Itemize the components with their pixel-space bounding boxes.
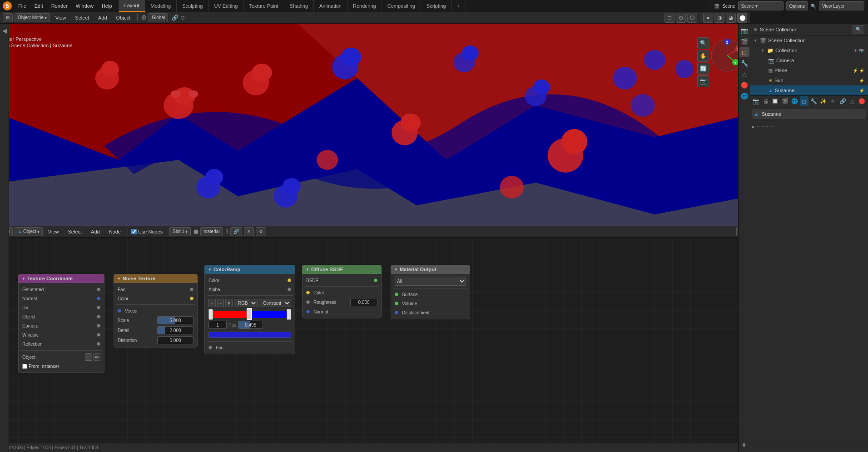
cr-alpha-out-socket[interactable] [288,288,291,291]
cr-pos-field[interactable]: 0.495 [238,321,263,329]
left-tool-1[interactable]: ◀ [0,25,10,35]
constraint-props-btn[interactable]: 🔗 [838,96,847,106]
diffuse-normal-socket[interactable] [306,310,310,313]
output-volume-socket[interactable] [395,302,398,305]
outliner-filter-btn[interactable]: 🔍 [853,25,864,34]
outliner-suzanne[interactable]: ▲ Suzanne ⚡ [750,85,868,95]
tc-object-picker[interactable]: ✏ [93,353,100,361]
outliner-collection[interactable]: ▼ 📁 Collection 👁 📷 [750,45,868,55]
viewport-3d[interactable]: User Perspective (1) Scene Collection | … [0,24,750,226]
sidebar-modifier-icon[interactable]: 🔧 [739,58,749,68]
outliner-scene-collection[interactable]: ▼ 🎬 Scene Collection [750,35,868,45]
rotate-tool[interactable]: 🔄 [697,63,709,75]
node-view-menu[interactable]: View [45,228,63,235]
material-selector[interactable]: material [200,227,223,236]
tc-reflection-socket[interactable] [97,342,100,346]
particles-props-btn[interactable]: ✨ [819,96,828,106]
mode-selector[interactable]: Object Mode ▾ [15,13,50,22]
noise-vector-input-socket[interactable] [118,309,121,313]
options-btn[interactable]: Options [786,1,808,10]
tab-layout[interactable]: Layout [119,0,145,12]
tab-rendering[interactable]: Rendering [347,0,382,12]
cr-index-field[interactable]: 1 [208,321,227,329]
tab-scripting[interactable]: Scripting [421,0,452,12]
tc-camera-socket[interactable] [97,324,100,328]
outliner-camera[interactable]: 📷 Camera [750,55,868,65]
noise-fac-socket[interactable] [190,288,193,291]
noise-color-socket[interactable] [190,297,193,300]
cr-stop-selected[interactable] [247,308,252,320]
output-displacement-socket[interactable] [395,311,398,314]
material-settings-btn[interactable]: ⚙ [256,227,266,236]
tc-generated-socket[interactable] [97,288,100,291]
tc-uv-socket[interactable] [97,306,100,309]
data-props-btn[interactable]: △ [848,96,857,106]
from-instancer-label[interactable]: From Instancer [22,364,59,369]
camera-tool[interactable]: 📷 [697,75,709,87]
eevee-mode-btn[interactable]: ⬤ [737,13,747,23]
viewport-select-menu[interactable]: Select [71,14,93,21]
menu-file[interactable]: File [15,2,30,10]
xray-btn[interactable]: ⬡ [687,13,697,23]
modifier-props-btn[interactable]: 🔧 [809,96,818,106]
cr-dropdown-btn[interactable]: ▾ [225,299,233,307]
noise-distortion-slider[interactable]: 0.000 [157,336,193,344]
cr-stop-right[interactable] [287,309,291,320]
unlink-material-btn[interactable]: ✕ [244,227,254,236]
node-select-menu[interactable]: Select [64,228,85,235]
tab-modeling[interactable]: Modeling [145,0,177,12]
node-texture-coordinate[interactable]: ▼ Texture Coordinate Generated Normal UV… [18,274,104,373]
scene-dropdown[interactable]: Scene ▾ [738,1,784,10]
tab-uv-editing[interactable]: UV Editing [208,0,243,12]
tc-object-swatch[interactable] [85,353,92,361]
menu-render[interactable]: Render [48,2,71,10]
node-color-ramp[interactable]: ▼ ColorRamp Color Alpha + − [204,265,295,354]
tab-sculpting[interactable]: Sculpting [177,0,208,12]
solid-mode-btn[interactable]: ● [703,13,713,23]
link-material-btn[interactable]: 🔗 [230,227,242,236]
cr-interpolation-select[interactable]: RGB [234,299,258,307]
sidebar-render-icon[interactable]: 📷 [739,25,749,35]
tc-object-socket[interactable] [97,315,100,318]
viewport-display-btn[interactable]: ◻ [665,13,675,23]
use-nodes-checkbox[interactable] [131,229,137,234]
menu-window[interactable]: Window [72,2,97,10]
editor-type-btn[interactable]: ⊞ [3,13,13,22]
tc-normal-socket[interactable] [97,297,100,300]
pan-tool[interactable]: ✋ [697,50,709,62]
slot-selector[interactable]: Slot 1 ▾ [169,227,191,236]
material-props-btn[interactable]: 🔴 [858,96,866,106]
overlay-btn[interactable]: ⊙ [676,13,686,23]
sidebar-scene-icon[interactable]: 🎬 [739,36,749,46]
sidebar-world-icon[interactable]: 🌐 [739,91,749,101]
from-instancer-checkbox[interactable] [22,364,27,369]
roughness-slider[interactable]: 0.000 [350,298,377,306]
node-add-menu[interactable]: Add [87,228,104,235]
sidebar-data-icon[interactable]: △ [739,69,749,79]
tab-texture-paint[interactable]: Texture Paint [243,0,284,12]
diffuse-color-input-socket[interactable] [306,291,310,294]
output-target-select[interactable]: All [395,277,466,286]
physics-props-btn[interactable]: ⚛ [828,96,837,106]
sidebar-object-icon[interactable]: ◻ [739,47,749,57]
cr-mode-select[interactable]: Constant [259,299,291,307]
menu-help[interactable]: Help [98,2,116,10]
material-mode-btn[interactable]: ◑ [714,13,724,23]
render-props-btn[interactable]: 📷 [752,96,760,106]
outliner-plane[interactable]: ▦ Plane ⚡ ⚡ [750,65,868,75]
cr-remove-btn[interactable]: − [217,299,224,307]
sidebar-material-icon[interactable]: 🔴 [739,80,749,90]
cr-stop-left[interactable] [208,309,213,320]
props-expand-row[interactable]: ▶ · · · · · · · [752,123,866,130]
cr-color-out-socket[interactable] [288,278,291,282]
diffuse-roughness-socket[interactable] [306,300,310,304]
cr-fac-input-socket[interactable] [208,346,212,349]
viewport-view-menu[interactable]: View [52,14,70,21]
tab-plus[interactable]: + [452,0,466,12]
scene-props-btn[interactable]: 🎬 [781,96,789,106]
view-layer-dropdown[interactable]: View Layer [819,1,864,10]
tab-compositing[interactable]: Compositing [382,0,421,12]
node-node-menu[interactable]: Node [105,228,124,235]
node-material-output[interactable]: ▼ Material Output All Surface Volume [391,265,470,319]
tab-shading[interactable]: Shading [284,0,314,12]
